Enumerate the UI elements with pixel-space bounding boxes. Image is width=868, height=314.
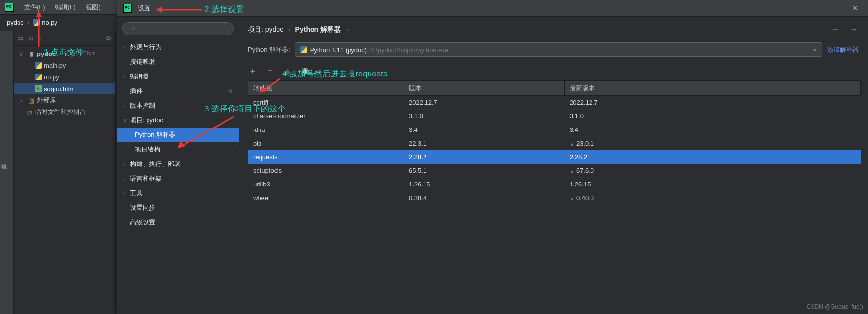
add-interpreter-link[interactable]: 添加解释器ˇ	[827, 45, 861, 54]
col-version[interactable]: 版本	[404, 81, 565, 95]
red-arrow-icon	[175, 114, 239, 151]
forward-button[interactable]: →	[847, 23, 861, 36]
nav-search	[122, 22, 234, 35]
chevron-down-icon: ▾	[813, 46, 817, 54]
red-arrow-icon	[34, 11, 44, 50]
content-breadcrumb: 项目: pydoc › Python 解释器 ▫	[248, 25, 349, 34]
watermark: CSDN @Guouo_fuc()	[807, 303, 863, 310]
project-panel-header: ▭ ⊕ ↕ ⚙	[14, 31, 115, 46]
project-tree: ∨ ▮ pydoc D:\Py\PyChar... main.py no.py …	[14, 46, 115, 120]
tree-root[interactable]: ∨ ▮ pydoc D:\Py\PyChar...	[14, 48, 115, 59]
package-toolbar: ＋ − ▲ ◉	[248, 64, 861, 77]
tree-file[interactable]: main.py	[14, 59, 115, 71]
interpreter-dropdown[interactable]: Python 3.11 (pydoc) D:\pydoc\Scripts\pyt…	[295, 42, 822, 57]
gear-icon: ▫	[347, 27, 349, 33]
tree-scratch[interactable]: ◔ 临时文件和控制台	[14, 106, 115, 118]
settings-titlebar: 设置 ✕	[117, 0, 868, 17]
gear-icon: ⚙	[228, 88, 233, 94]
tree-file[interactable]: H sogou.html	[14, 83, 115, 94]
table-row[interactable]: charset-normalizer3.1.03.1.0	[248, 110, 861, 123]
nav-sync[interactable]: 设置同步	[117, 201, 239, 215]
breadcrumb-project[interactable]: pydoc	[7, 19, 24, 26]
gear-icon: ▫	[231, 103, 233, 109]
svg-marker-5	[177, 141, 186, 148]
breadcrumb: pydoc › no.py	[7, 19, 57, 26]
upgrade-package-button[interactable]: ▲	[283, 66, 293, 76]
breadcrumb-sep: ›	[27, 19, 29, 26]
search-input[interactable]	[122, 22, 234, 35]
python-icon	[300, 46, 307, 53]
close-button[interactable]: ✕	[848, 2, 862, 14]
nav-appearance[interactable]: ›外观与行为	[117, 40, 239, 55]
nav-lang[interactable]: ›语言和框架	[117, 171, 239, 186]
table-row[interactable]: setuptools65.5.1▲67.6.0	[248, 164, 861, 178]
nav-plugins[interactable]: 插件⚙	[117, 84, 239, 98]
settings-content: 项目: pydoc › Python 解释器 ▫ ← → Python 解释器:…	[239, 17, 868, 314]
tree-file[interactable]: no.py	[14, 71, 115, 83]
folder-icon: ▮	[27, 50, 35, 57]
add-package-button[interactable]: ＋	[248, 65, 258, 76]
nav-editor[interactable]: ›编辑器	[117, 69, 239, 84]
svg-line-4	[181, 117, 234, 146]
left-rail[interactable]: 项目	[0, 31, 14, 314]
app-logo-icon	[123, 4, 132, 13]
nav-vcs[interactable]: ›版本控制▫	[117, 98, 239, 113]
table-row[interactable]: certifi2022.12.72022.12.7	[248, 96, 861, 110]
interpreter-label: Python 解释器:	[248, 45, 290, 54]
red-arrow-icon	[156, 5, 204, 15]
col-latest[interactable]: 最新版本	[565, 81, 861, 95]
python-file-icon	[35, 74, 42, 80]
html-file-icon: H	[35, 85, 42, 92]
red-arrow-icon	[258, 78, 282, 94]
nav-build[interactable]: ›构建、执行、部署	[117, 157, 239, 171]
library-icon: ▥	[27, 96, 35, 104]
nav-tools[interactable]: ›工具	[117, 186, 239, 201]
gear-icon[interactable]: ⚙	[106, 35, 111, 42]
settings-nav: ›外观与行为 按键映射 ›编辑器 插件⚙ ›版本控制▫ ∨项目: pydoc▫ …	[117, 17, 239, 314]
nav-keymap[interactable]: 按键映射	[117, 55, 239, 69]
nav-advanced[interactable]: 高级设置	[117, 215, 239, 230]
show-early-releases-button[interactable]: ◉	[300, 65, 310, 76]
app-logo-icon	[5, 3, 14, 12]
svg-line-6	[263, 79, 280, 91]
svg-marker-3	[156, 7, 162, 13]
table-row[interactable]: idna3.43.4	[248, 123, 861, 137]
svg-marker-1	[36, 11, 42, 17]
settings-dialog: 设置 ✕ ›外观与行为 按键映射 ›编辑器 插件⚙ ›版本控制▫ ∨项目: py…	[117, 0, 868, 314]
menu-edit[interactable]: 编辑(E)	[50, 1, 81, 14]
table-row[interactable]: pip22.3.1▲23.0.1	[248, 137, 861, 150]
project-view-icon[interactable]: ▭	[18, 35, 23, 42]
table-row[interactable]: wheel0.38.4▲0.40.0	[248, 191, 861, 205]
menu-view[interactable]: 视图(	[81, 1, 105, 14]
back-button[interactable]: ←	[828, 23, 843, 36]
project-panel: ▭ ⊕ ↕ ⚙ ∨ ▮ pydoc D:\Py\PyChar... main.p…	[14, 31, 116, 314]
breadcrumb-file[interactable]: no.py	[42, 19, 57, 26]
scratch-icon: ◔	[25, 108, 33, 116]
tree-ext-libs[interactable]: › ▥ 外部库	[14, 94, 115, 106]
table-row[interactable]: urllib31.26.151.26.15	[248, 178, 861, 191]
remove-package-button[interactable]: −	[265, 66, 275, 76]
settings-title-text: 设置	[138, 4, 150, 13]
python-file-icon	[35, 62, 42, 69]
table-row[interactable]: requests2.28.22.28.2	[248, 150, 861, 164]
table-header: 软件包 版本 最新版本	[248, 81, 861, 96]
packages-table: 软件包 版本 最新版本 certifi2022.12.72022.12.7cha…	[248, 80, 861, 307]
target-icon[interactable]: ⊕	[28, 35, 34, 42]
